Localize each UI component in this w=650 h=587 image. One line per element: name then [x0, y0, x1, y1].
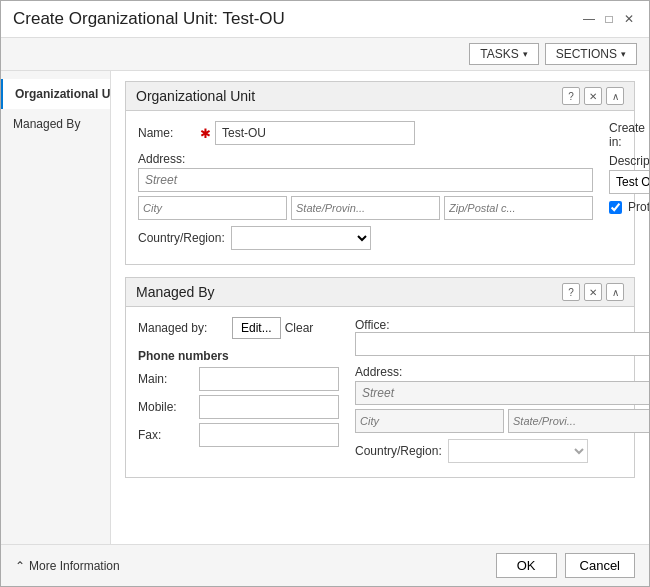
sections-chevron-icon: ▾ [621, 49, 626, 59]
managed-city-input [355, 409, 504, 433]
ou-address-label-row: Address: [138, 151, 593, 166]
main-phone-input[interactable] [199, 367, 339, 391]
footer-left: ⌃ More Information [15, 559, 120, 573]
maximize-button[interactable]: □ [601, 11, 617, 27]
managed-street-input [355, 381, 649, 405]
ou-section-title: Organizational Unit [136, 88, 255, 104]
footer-right: OK Cancel [496, 553, 635, 578]
main-window: Create Organizational Unit: Test-OU — □ … [0, 0, 650, 587]
managed-section-title: Managed By [136, 284, 215, 300]
ou-desc-input[interactable] [609, 170, 649, 194]
phone-title: Phone numbers [138, 349, 339, 363]
ou-right-col: Create in: DC=demo,DC=com Change... Desc… [609, 121, 649, 254]
main-content: Organizational Unit Managed By Organizat… [1, 71, 649, 544]
ou-address-label: Address: [138, 152, 185, 166]
mobile-phone-row: Mobile: [138, 395, 339, 419]
ou-close-button[interactable]: ✕ [584, 87, 602, 105]
sections-button[interactable]: SECTIONS ▾ [545, 43, 637, 65]
ou-state-input[interactable] [291, 196, 440, 220]
managed-office-row: Office: [355, 317, 649, 356]
ou-desc-label: Description: [609, 154, 649, 168]
more-info-button[interactable]: ⌃ More Information [15, 559, 120, 573]
close-button[interactable]: ✕ [621, 11, 637, 27]
managed-country-row: Country/Region: [355, 439, 649, 463]
tasks-button[interactable]: TASKS ▾ [469, 43, 538, 65]
ou-country-select[interactable] [231, 226, 371, 250]
ou-city-state-row [138, 196, 593, 220]
ou-left-col: Name: ✱ Address: [138, 121, 593, 254]
window-controls: — □ ✕ [581, 11, 637, 27]
managed-collapse-button[interactable]: ∧ [606, 283, 624, 301]
ou-create-in-label: Create in: [609, 121, 645, 149]
managed-right-col: Office: Address: [355, 317, 649, 467]
ou-protect-label: Protect from accidental deletion [628, 200, 649, 214]
more-info-label: More Information [29, 559, 120, 573]
minimize-button[interactable]: — [581, 11, 597, 27]
ou-desc-input-row [609, 170, 649, 194]
ou-city-input[interactable] [138, 196, 287, 220]
ou-country-label: Country/Region: [138, 231, 225, 245]
content-area: Organizational Unit ? ✕ ∧ Name: ✱ [111, 71, 649, 544]
managed-office-label: Office: [355, 318, 389, 332]
phone-section: Phone numbers Main: Mobile: Fax: [138, 349, 339, 447]
ou-protect-row: Protect from accidental deletion [609, 200, 649, 214]
ou-protect-checkbox[interactable] [609, 201, 622, 214]
ou-section: Organizational Unit ? ✕ ∧ Name: ✱ [125, 81, 635, 265]
more-info-chevron-icon: ⌃ [15, 559, 25, 573]
managed-country-select[interactable] [448, 439, 588, 463]
sidebar: Organizational Unit Managed By [1, 71, 111, 544]
ou-name-label: Name: [138, 126, 198, 140]
managed-country-label: Country/Region: [355, 444, 442, 458]
toolbar: TASKS ▾ SECTIONS ▾ [1, 38, 649, 71]
ou-two-col: Name: ✱ Address: [138, 121, 622, 254]
sidebar-item-managed-by[interactable]: Managed By [1, 109, 110, 139]
footer: ⌃ More Information OK Cancel [1, 544, 649, 586]
managed-section-controls: ? ✕ ∧ [562, 283, 624, 301]
ou-zip-input[interactable] [444, 196, 593, 220]
window-title: Create Organizational Unit: Test-OU [13, 9, 285, 29]
managed-address-label: Address: [355, 365, 402, 379]
managed-street-row [355, 381, 649, 405]
managed-clear-button[interactable]: Clear [285, 317, 314, 339]
managed-state-input [508, 409, 649, 433]
required-star: ✱ [200, 126, 211, 141]
main-phone-row: Main: [138, 367, 339, 391]
ou-section-body: Name: ✱ Address: [126, 111, 634, 264]
ok-button[interactable]: OK [496, 553, 557, 578]
fax-phone-input[interactable] [199, 423, 339, 447]
main-phone-label: Main: [138, 372, 193, 386]
managed-section-body: Managed by: Edit... Clear Phone numbers … [126, 307, 634, 477]
managed-edit-button[interactable]: Edit... [232, 317, 281, 339]
managed-by-row: Managed by: Edit... Clear [138, 317, 339, 339]
managed-section: Managed By ? ✕ ∧ Managed by: Edit... Cle… [125, 277, 635, 478]
ou-desc-label-row: Description: [609, 153, 649, 168]
tasks-chevron-icon: ▾ [523, 49, 528, 59]
title-bar: Create Organizational Unit: Test-OU — □ … [1, 1, 649, 38]
managed-left-col: Managed by: Edit... Clear Phone numbers … [138, 317, 339, 467]
managed-help-button[interactable]: ? [562, 283, 580, 301]
fax-phone-row: Fax: [138, 423, 339, 447]
managed-office-input[interactable] [355, 332, 649, 356]
mobile-phone-label: Mobile: [138, 400, 193, 414]
ou-section-header: Organizational Unit ? ✕ ∧ [126, 82, 634, 111]
ou-create-in-row: Create in: DC=demo,DC=com Change... [609, 121, 649, 149]
ou-collapse-button[interactable]: ∧ [606, 87, 624, 105]
ou-country-row: Country/Region: [138, 226, 593, 250]
fax-phone-label: Fax: [138, 428, 193, 442]
tasks-label: TASKS [480, 47, 518, 61]
ou-street-input[interactable] [138, 168, 593, 192]
sections-label: SECTIONS [556, 47, 617, 61]
ou-section-controls: ? ✕ ∧ [562, 87, 624, 105]
sidebar-item-org-unit[interactable]: Organizational Unit [1, 79, 110, 109]
ou-name-input[interactable] [215, 121, 415, 145]
managed-city-state-row [355, 409, 649, 433]
managed-close-button[interactable]: ✕ [584, 283, 602, 301]
cancel-button[interactable]: Cancel [565, 553, 635, 578]
managed-section-header: Managed By ? ✕ ∧ [126, 278, 634, 307]
ou-street-row [138, 168, 593, 192]
ou-help-button[interactable]: ? [562, 87, 580, 105]
managed-by-label: Managed by: [138, 321, 228, 335]
managed-address-label-row: Address: [355, 364, 649, 379]
ou-name-row: Name: ✱ [138, 121, 593, 145]
mobile-phone-input[interactable] [199, 395, 339, 419]
